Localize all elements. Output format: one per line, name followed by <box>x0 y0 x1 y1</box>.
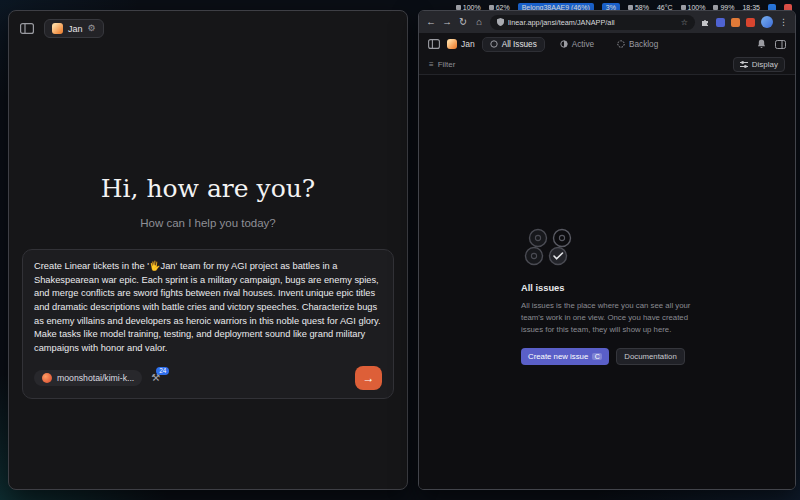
back-icon[interactable]: ← <box>426 17 436 27</box>
greeting-title: Hi, how are you? <box>101 174 315 203</box>
chat-composer: Create Linear tickets in the '🖐Jan' team… <box>22 249 394 399</box>
browser-menu-icon[interactable]: ⋮ <box>779 17 788 27</box>
chat-titlebar: Jan ⚙ <box>9 11 407 46</box>
url-text: linear.app/jansi/team/JANAPP/all <box>508 18 677 27</box>
linear-main: All issues All issues is the place where… <box>419 75 795 489</box>
tab-backlog[interactable]: Backlog <box>609 37 666 52</box>
extension-icon[interactable] <box>746 18 755 27</box>
linear-sidebar-toggle-icon[interactable] <box>428 39 440 49</box>
composer-toolbar: moonshotai/kimi-k... ⚒ 24 → <box>34 366 382 390</box>
gear-icon[interactable]: ⚙ <box>88 24 96 33</box>
bell-icon[interactable] <box>757 39 766 49</box>
model-provider-icon <box>42 373 52 383</box>
jan-chat-window: Jan ⚙ Hi, how are you? How can I help yo… <box>8 10 408 490</box>
filter-button[interactable]: ≡ Filter <box>429 60 455 69</box>
forward-icon[interactable]: → <box>442 17 452 27</box>
extensions-puzzle-icon[interactable] <box>701 18 710 27</box>
linear-header-actions <box>757 39 786 49</box>
refresh-icon[interactable]: ↻ <box>458 17 468 27</box>
tools-button[interactable]: ⚒ 24 <box>151 373 160 383</box>
extension-icon[interactable] <box>716 18 725 27</box>
right-panel-icon[interactable] <box>775 40 786 49</box>
linear-workspace[interactable]: Jan <box>447 39 475 49</box>
desktop: 100% 62% Belong38AAE9 (46%) 3% 58% 46°C … <box>0 0 800 500</box>
shortcut-key: C <box>592 353 602 360</box>
greeting-subtitle: How can I help you today? <box>140 217 276 229</box>
linear-workspace-label: Jan <box>461 39 475 49</box>
linear-app: Jan All Issues Active Backlog <box>419 33 795 489</box>
jan-hand-logo-icon <box>447 39 457 49</box>
display-sliders-icon <box>740 61 748 68</box>
address-bar[interactable]: linear.app/jansi/team/JANAPP/all ☆ <box>490 15 695 30</box>
model-name: moonshotai/kimi-k... <box>57 373 134 383</box>
sidebar-toggle-icon[interactable] <box>20 23 34 34</box>
model-selector[interactable]: moonshotai/kimi-k... <box>34 370 142 386</box>
browser-profile-avatar[interactable] <box>761 16 773 28</box>
all-issues-icon <box>490 40 498 48</box>
chat-main: Hi, how are you? How can I help you toda… <box>9 46 407 489</box>
tab-active[interactable]: Active <box>552 37 602 52</box>
empty-state-actions: Create new issue C Documentation <box>521 348 693 365</box>
documentation-button[interactable]: Documentation <box>616 348 684 365</box>
extension-icon[interactable] <box>731 18 740 27</box>
assistant-name: Jan <box>68 24 83 34</box>
bookmark-star-icon[interactable]: ☆ <box>681 18 688 27</box>
linear-filterbar: ≡ Filter Display <box>419 55 795 75</box>
assistant-selector[interactable]: Jan ⚙ <box>44 19 104 38</box>
all-issues-empty-state: All issues All issues is the place where… <box>521 227 693 489</box>
tools-count-badge: 24 <box>156 367 169 375</box>
home-icon[interactable]: ⌂ <box>474 17 484 27</box>
disks-illustration <box>521 227 583 267</box>
browser-window: ← → ↻ ⌂ linear.app/jansi/team/JANAPP/all… <box>418 10 796 490</box>
filter-icon: ≡ <box>429 60 434 69</box>
backlog-icon <box>617 40 625 48</box>
send-button[interactable]: → <box>355 366 382 390</box>
active-icon <box>560 40 568 48</box>
jan-hand-logo-icon <box>52 23 63 34</box>
tab-all-issues[interactable]: All Issues <box>482 37 545 52</box>
create-new-issue-button[interactable]: Create new issue C <box>521 348 609 365</box>
shield-icon <box>497 18 504 26</box>
browser-toolbar: ← → ↻ ⌂ linear.app/jansi/team/JANAPP/all… <box>419 11 795 33</box>
empty-state-title: All issues <box>521 283 693 293</box>
display-button[interactable]: Display <box>733 57 785 72</box>
prompt-input[interactable]: Create Linear tickets in the '🖐Jan' team… <box>34 260 382 356</box>
linear-header: Jan All Issues Active Backlog <box>419 33 795 55</box>
send-arrow-icon: → <box>363 371 375 385</box>
empty-state-description: All issues is the place where you can se… <box>521 300 693 336</box>
